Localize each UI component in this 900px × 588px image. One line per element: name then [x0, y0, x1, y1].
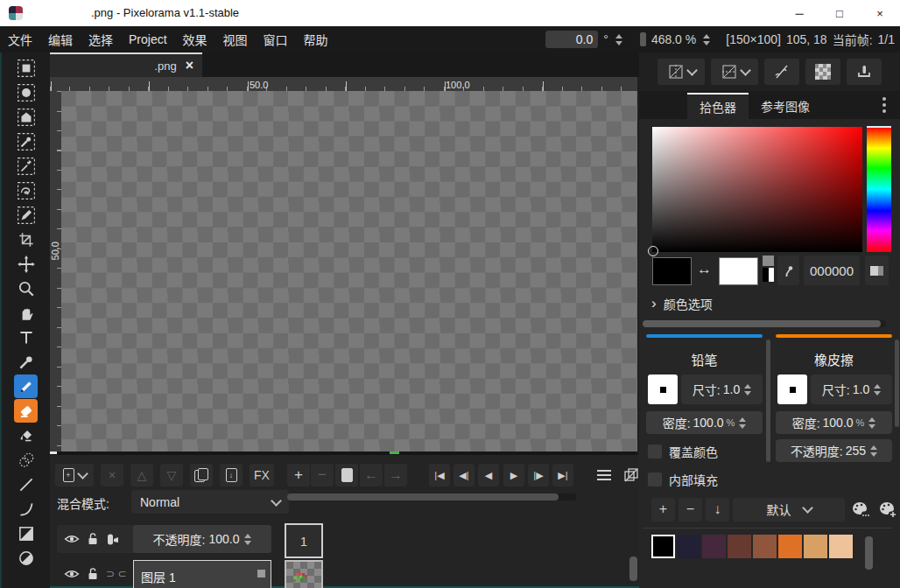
go-last-frame-button[interactable]: ▶|: [552, 464, 573, 486]
zoom-slider-grip[interactable]: [640, 32, 646, 46]
merge-layer-button[interactable]: ↓: [220, 464, 243, 486]
tool-pencil[interactable]: [14, 374, 38, 398]
horizontal-ruler[interactable]: 50.0 100.0: [50, 77, 637, 91]
tool-eraser[interactable]: [14, 399, 38, 423]
color-options-expander[interactable]: › 颜色选项: [651, 295, 713, 312]
eraser-opacity-spinner[interactable]: 不透明度: 255: [776, 439, 892, 462]
primary-color-swatch[interactable]: [652, 257, 692, 285]
tool-zoom[interactable]: [14, 276, 38, 300]
timeline-v-scrollbar[interactable]: [629, 556, 637, 581]
menu-view[interactable]: 视图: [215, 26, 256, 52]
zoom-spinner[interactable]: [703, 34, 710, 46]
menu-help[interactable]: 帮助: [296, 26, 336, 52]
hex-color-input[interactable]: 000000: [804, 256, 860, 285]
tab-reference-images[interactable]: 参考图像: [749, 93, 822, 119]
layer-visibility-icon[interactable]: [64, 568, 80, 580]
cel-link-icon[interactable]: [106, 533, 122, 546]
play-backwards-button[interactable]: ◀: [478, 464, 499, 486]
sv-cursor[interactable]: [648, 246, 658, 256]
rotation-spinner[interactable]: [615, 34, 622, 46]
blend-mode-dropdown[interactable]: Normal: [131, 490, 289, 514]
delete-layer-button[interactable]: ×: [101, 464, 123, 486]
cel-linkset-icon[interactable]: ⊃ ⊂: [106, 568, 126, 580]
pixel-perfect-button[interactable]: [805, 59, 840, 85]
go-first-frame-button[interactable]: |◀: [429, 464, 450, 486]
eraser-brush-button[interactable]: [777, 374, 807, 404]
move-layer-up-button[interactable]: △: [130, 464, 153, 486]
frame-right-button[interactable]: →: [384, 464, 407, 486]
tool-color-select[interactable]: [14, 130, 38, 153]
tool-text[interactable]: [14, 326, 38, 349]
palette-swatch[interactable]: [753, 535, 777, 558]
spinner-arrows[interactable]: [870, 445, 877, 457]
palette-swatch[interactable]: [778, 535, 802, 558]
eraser-size-spinner[interactable]: 尺寸: 1.0: [811, 374, 892, 404]
checkbox-icon[interactable]: [648, 444, 662, 458]
layer-visibility-icon[interactable]: [64, 533, 80, 545]
pencil-brush-button[interactable]: [648, 374, 678, 404]
alpha-lock-button[interactable]: [847, 59, 882, 85]
next-frame-button[interactable]: |▶: [528, 464, 549, 486]
palette-swatch[interactable]: [829, 535, 853, 558]
tool-polygon-select[interactable]: [14, 105, 38, 129]
pencil-size-spinner[interactable]: 尺寸: 1.0: [681, 374, 763, 404]
screen-color-picker-button[interactable]: [865, 256, 889, 285]
tab-close-icon[interactable]: ×: [186, 59, 193, 73]
fill-inside-checkbox[interactable]: 内部填充: [648, 471, 718, 488]
close-button[interactable]: ×: [860, 0, 900, 26]
right-edge-scrollbar[interactable]: [895, 340, 899, 427]
canvas[interactable]: [61, 91, 637, 452]
layer-opacity-field[interactable]: 不透明度: 100.0: [133, 525, 271, 553]
zoom-value[interactable]: 468.0 %: [651, 32, 696, 46]
vertical-ruler[interactable]: 50.0: [50, 91, 61, 452]
menu-file[interactable]: 文件: [0, 26, 40, 52]
hue-cursor[interactable]: [867, 126, 891, 128]
tool-line[interactable]: [14, 472, 38, 496]
tool-color-picker[interactable]: [14, 350, 38, 374]
move-layer-down-button[interactable]: ▽: [160, 464, 183, 486]
maximize-button[interactable]: □: [819, 0, 860, 26]
overwrite-color-checkbox[interactable]: 覆盖颜色: [648, 443, 718, 460]
spinner-arrows[interactable]: [868, 417, 875, 429]
hue-slider[interactable]: [867, 127, 891, 252]
rotation-input[interactable]: 0.0: [545, 31, 598, 48]
frame-header-1[interactable]: 1: [285, 523, 323, 558]
copy-frame-button[interactable]: [335, 464, 358, 486]
menu-edit[interactable]: 编辑: [40, 26, 81, 52]
cel-thumbnail[interactable]: [285, 560, 323, 588]
tool-bucket[interactable]: [14, 424, 38, 447]
tool-rectangle-select[interactable]: [14, 56, 38, 80]
menu-project[interactable]: Project: [121, 26, 175, 52]
layer-fx-button[interactable]: FX: [250, 464, 274, 486]
tool-ellipse-select[interactable]: [14, 80, 38, 104]
tool-rectangle[interactable]: [14, 522, 38, 545]
tool-ellipse[interactable]: [14, 546, 38, 570]
timeline-settings-button[interactable]: [594, 464, 615, 486]
tool-crop[interactable]: [14, 228, 38, 251]
palette-scrollbar[interactable]: [865, 536, 873, 570]
play-button[interactable]: ▶: [503, 464, 524, 486]
picker-h-scrollbar[interactable]: [643, 320, 886, 327]
import-palette-button[interactable]: ↓: [706, 498, 729, 522]
eyedropper-button[interactable]: [777, 256, 799, 285]
tool-shading[interactable]: [14, 448, 38, 472]
document-tab[interactable]: .png ×: [50, 52, 202, 77]
layer-lock-icon[interactable]: [87, 532, 99, 546]
spinner-arrows[interactable]: [744, 384, 751, 396]
palette-swatch[interactable]: [677, 535, 700, 558]
dynamics-button[interactable]: [764, 59, 799, 85]
tool-panel-scrollbar[interactable]: [766, 340, 770, 462]
edit-palette-button[interactable]: [848, 498, 872, 522]
mirror-y-dropdown[interactable]: [711, 59, 758, 85]
palette-swatch[interactable]: [804, 535, 827, 558]
mirror-x-dropdown[interactable]: [657, 59, 705, 85]
pencil-density-spinner[interactable]: 密度: 100.0 %: [646, 411, 763, 434]
eraser-density-spinner[interactable]: 密度: 100.0 %: [776, 411, 892, 434]
secondary-color-swatch[interactable]: [719, 257, 758, 285]
tool-lasso-select[interactable]: [14, 178, 38, 202]
palette-swatch[interactable]: [651, 535, 675, 558]
clone-layer-button[interactable]: [190, 464, 213, 486]
menu-select[interactable]: 选择: [81, 26, 121, 52]
frame-left-button[interactable]: ←: [360, 464, 383, 486]
tool-move[interactable]: [14, 252, 38, 276]
